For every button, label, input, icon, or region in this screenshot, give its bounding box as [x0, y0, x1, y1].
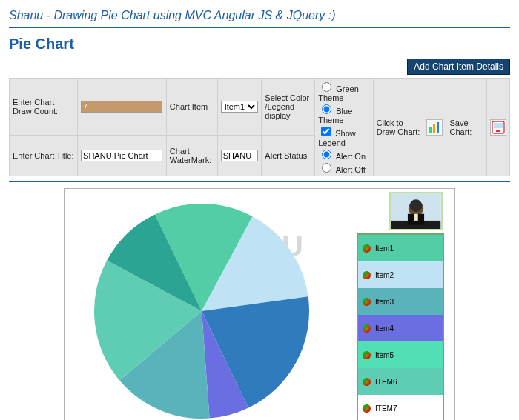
add-chart-item-button[interactable]: Add Chart Item Details — [407, 59, 510, 75]
legend-label: Item2 — [375, 271, 394, 279]
legend-item: Item5 — [358, 341, 443, 368]
save-icon — [492, 121, 505, 134]
count-input[interactable] — [81, 101, 162, 113]
alert-off-label: Alert Off — [336, 165, 366, 174]
page-title: Pie Chart — [9, 28, 510, 61]
legend-item: Item4 — [358, 315, 443, 341]
legend-dot-icon — [363, 244, 371, 253]
item-label: Chart Item — [166, 79, 217, 136]
watermark-input[interactable] — [221, 150, 258, 161]
draw-chart-button[interactable] — [426, 119, 443, 136]
svg-rect-4 — [494, 123, 503, 128]
item-select[interactable]: Item1 — [221, 101, 258, 113]
app-title: Shanu - Drawing Pie Chart using MVC Angu… — [9, 6, 510, 27]
draw-cell — [423, 79, 446, 176]
chart-area: SHANU SHANU Pie Chart Item1Item2Item3Ite… — [64, 188, 455, 420]
options-cell: Green Theme Blue Theme Show Legend Alert… — [315, 79, 373, 176]
show-legend-checkbox[interactable] — [321, 127, 331, 136]
legend-label: Item5 — [375, 351, 394, 359]
title-cell — [78, 136, 167, 176]
colorlegend-label: Select Color /Legend display — [262, 79, 315, 136]
legend-label: Item3 — [375, 298, 394, 306]
alert-off-radio[interactable] — [322, 163, 331, 173]
bar-chart-icon — [428, 121, 441, 134]
legend-dot-icon — [363, 271, 371, 279]
title-input[interactable] — [81, 150, 162, 161]
svg-rect-2 — [437, 122, 439, 133]
controls-panel: Enter Chart Draw Count: Chart Item Item1… — [9, 78, 510, 176]
legend-item: ITEM6 — [358, 368, 443, 395]
green-theme-option[interactable]: Green Theme — [318, 84, 359, 102]
legend-item: Item1 — [358, 235, 443, 261]
svg-point-9 — [410, 199, 423, 212]
draw-label: Click to Draw Chart: — [373, 79, 423, 176]
button-bar: Add Chart Item Details — [9, 59, 510, 75]
legend-dot-icon — [363, 298, 371, 306]
blue-theme-option[interactable]: Blue Theme — [318, 107, 352, 124]
save-chart-button[interactable] — [490, 119, 506, 136]
legend-item: Item2 — [358, 261, 443, 288]
alert-on-label: Alert On — [336, 152, 366, 161]
title-label: Enter Chart Title: — [10, 136, 78, 176]
alert-off-option[interactable]: Alert Off — [318, 165, 366, 174]
count-label: Enter Chart Draw Count: — [10, 79, 78, 136]
svg-rect-11 — [414, 214, 418, 221]
legend-dot-icon — [363, 351, 371, 359]
legend-dot-icon — [363, 378, 371, 386]
watermark-label: Chart WaterMark: — [166, 136, 217, 176]
alertstatus-label: Alert Status — [262, 136, 315, 176]
save-cell — [486, 79, 509, 176]
avatar-icon — [391, 193, 441, 229]
legend-label: ITEM7 — [375, 404, 397, 413]
legend-label: ITEM6 — [375, 378, 397, 386]
show-legend-option[interactable]: Show Legend — [318, 129, 356, 147]
avatar-image — [389, 192, 443, 230]
alert-on-option[interactable]: Alert On — [318, 152, 366, 161]
count-cell — [78, 79, 167, 136]
save-label: Save Chart: — [446, 79, 487, 176]
svg-rect-0 — [429, 127, 432, 133]
legend-dot-icon — [363, 404, 371, 413]
legend: Item1Item2Item3Item4Item5ITEM6ITEM7 — [357, 233, 444, 420]
panel-rule — [9, 181, 510, 182]
svg-rect-5 — [496, 130, 500, 132]
watermark-cell — [217, 136, 262, 176]
green-theme-radio[interactable] — [322, 82, 331, 92]
legend-item: Item3 — [358, 288, 443, 315]
item-cell: Item1 — [217, 79, 262, 136]
alert-on-radio[interactable] — [322, 150, 331, 159]
pie-chart — [94, 204, 309, 419]
legend-item: ITEM7 — [358, 395, 443, 420]
svg-rect-1 — [433, 124, 435, 133]
legend-label: Item4 — [375, 324, 394, 333]
legend-label: Item1 — [375, 244, 394, 253]
blue-theme-radio[interactable] — [322, 104, 331, 114]
legend-dot-icon — [363, 324, 371, 333]
